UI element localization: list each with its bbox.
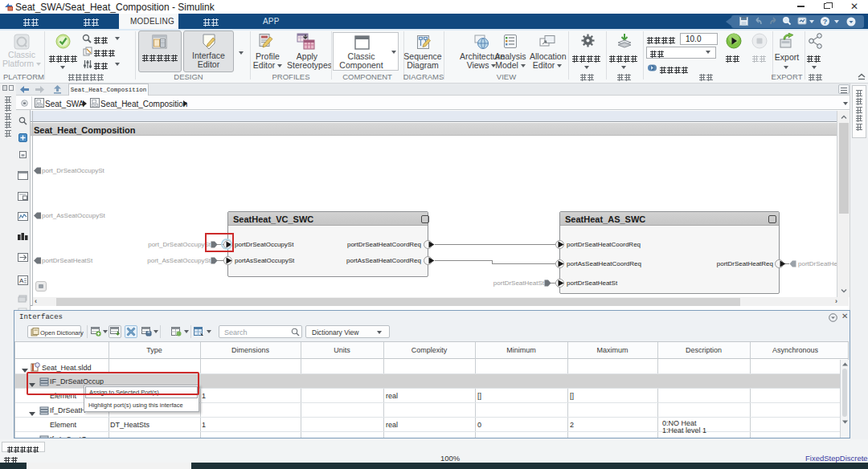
svg-text:?: ? <box>823 18 828 26</box>
svg-text:A: A <box>19 277 24 284</box>
